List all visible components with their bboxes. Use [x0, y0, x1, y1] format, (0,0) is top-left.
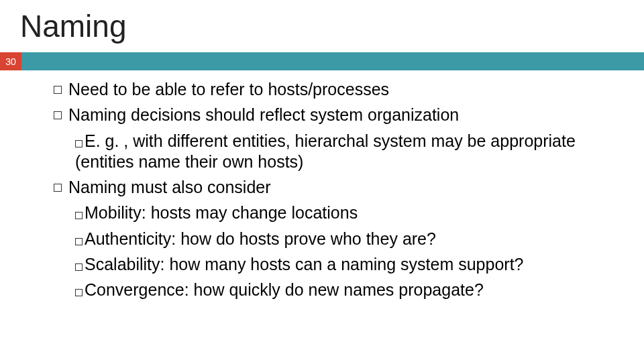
accent-bar: 30: [0, 52, 644, 70]
bullet-2a: E. g. , with different entities, hierarc…: [75, 131, 631, 173]
square-icon: [75, 263, 83, 271]
bullet-3d: Convergence: how quickly do new names pr…: [75, 280, 631, 300]
square-icon: [75, 140, 83, 147]
bullet-text: Naming must also consider: [68, 178, 271, 196]
bullet-3a: Mobility: hosts may change locations: [75, 202, 631, 223]
bullet-text: Naming decisions should reflect system o…: [68, 105, 459, 124]
bullet-2: Naming decisions should reflect system o…: [54, 105, 631, 125]
square-icon: [75, 289, 83, 296]
bullet-text: Authenticity: how do hosts prove who the…: [85, 229, 436, 248]
slide-number: 30: [0, 52, 21, 70]
bullet-1: Need to be able to refer to hosts/proces…: [54, 79, 631, 100]
square-icon: [75, 238, 83, 245]
bullet-text: Convergence: how quickly do new names pr…: [85, 280, 484, 299]
slide-content: Need to be able to refer to hosts/proces…: [0, 70, 644, 300]
slide-title: Naming: [0, 0, 644, 44]
bullet-text: Need to be able to refer to hosts/proces…: [68, 80, 389, 99]
square-icon: [75, 212, 83, 219]
bullet-3b: Authenticity: how do hosts prove who the…: [75, 229, 631, 249]
bullet-3: Naming must also consider: [54, 177, 631, 198]
bullet-text: Mobility: hosts may change locations: [85, 203, 358, 222]
bullet-text: E. g. , with different entities, hierarc…: [75, 131, 576, 171]
bullet-3c: Scalability: how many hosts can a naming…: [75, 254, 631, 275]
bullet-text: Scalability: how many hosts can a naming…: [85, 255, 523, 274]
